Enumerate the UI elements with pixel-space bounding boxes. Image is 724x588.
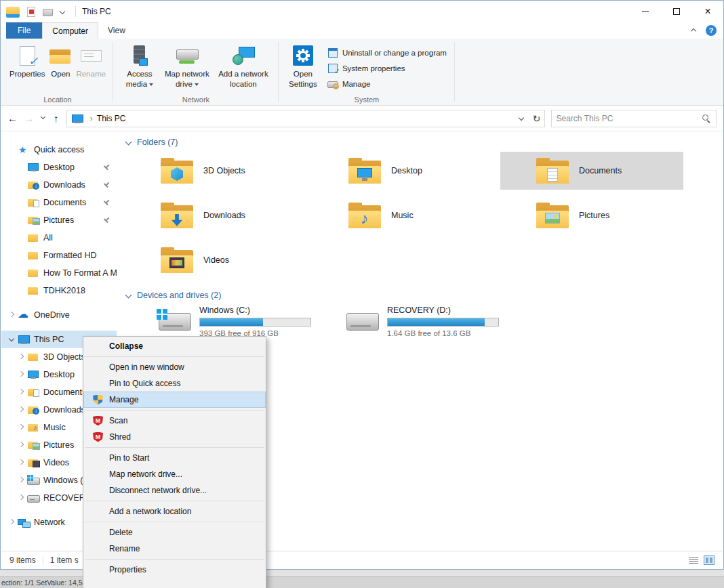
chevron-down-icon[interactable] <box>7 334 18 345</box>
folder-tile-videos[interactable]: Videos <box>125 241 308 279</box>
address-dropdown-chevron-icon[interactable] <box>517 113 527 124</box>
chevron-right-icon[interactable] <box>7 310 18 320</box>
sidebar-item-qa-documents[interactable]: Documents <box>1 194 117 211</box>
chevron-right-icon[interactable] <box>7 517 18 528</box>
sidebar-item-qa-tdhk2018[interactable]: TDHK2018 <box>1 282 117 299</box>
add-network-location-button[interactable]: Add a network location <box>214 41 273 94</box>
manage-button[interactable]: Manage <box>327 77 447 91</box>
sidebar-item-label: All <box>43 233 53 243</box>
back-button[interactable]: ← <box>7 113 18 123</box>
breadcrumb[interactable]: › This PC ↻ <box>66 110 545 127</box>
menu-item-scan[interactable]: MScan <box>83 413 266 429</box>
menu-item-map-network-drive[interactable]: Map network drive... <box>83 466 266 482</box>
folder-icon <box>27 285 39 296</box>
open-button[interactable]: Open <box>47 41 74 94</box>
folders-group-header[interactable]: Folders (7) <box>125 137 717 148</box>
sidebar-item-label: Documents <box>43 198 86 207</box>
chevron-right-icon[interactable] <box>16 387 27 398</box>
chevron-right-icon[interactable] <box>16 492 27 503</box>
sidebar-item-qa-pictures[interactable]: Pictures <box>1 211 117 229</box>
menu-item-add-a-network-location[interactable]: Add a network location <box>83 503 266 520</box>
sidebar-item-qa-formatted-hd[interactable]: Formatted HD <box>1 247 117 264</box>
button-label: Map network drive <box>165 70 209 88</box>
chevron-right-icon[interactable] <box>16 352 27 362</box>
maximize-button[interactable] <box>661 1 692 22</box>
system-properties-button[interactable]: System properties <box>327 62 447 75</box>
map-network-drive-button[interactable]: Map network drive <box>161 41 214 94</box>
chevron-spacer <box>16 232 27 243</box>
folder-tile-desktop[interactable]: Desktop <box>313 152 496 190</box>
qat-properties-icon[interactable] <box>26 7 36 16</box>
menu-item-delete[interactable]: Delete <box>83 524 266 541</box>
context-menu: CollapseOpen in new windowPin to Quick a… <box>83 336 266 588</box>
minimize-button[interactable] <box>630 1 661 22</box>
refresh-icon[interactable]: ↻ <box>533 114 541 123</box>
recent-locations-chevron-icon[interactable] <box>40 113 48 124</box>
menu-item-disconnect-network-drive[interactable]: Disconnect network drive... <box>83 482 266 499</box>
menu-item-open-in-new-window[interactable]: Open in new window <box>83 359 266 375</box>
folder-tile-3d-objects[interactable]: 3D Objects <box>125 152 308 190</box>
chevron-down-icon[interactable] <box>125 138 133 146</box>
sidebar-item-qa-desktop[interactable]: Desktop <box>1 159 117 176</box>
menu-item-rename[interactable]: Rename <box>83 541 266 557</box>
chevron-right-icon[interactable] <box>16 422 27 433</box>
folder-tile-label: 3D Objects <box>203 166 245 175</box>
access-media-button[interactable]: Access media <box>119 41 161 94</box>
help-icon[interactable]: ? <box>706 25 717 36</box>
pin-icon <box>102 180 111 190</box>
tab-computer[interactable]: Computer <box>42 22 98 39</box>
breadcrumb-location[interactable]: This PC <box>97 114 126 123</box>
menu-item-collapse[interactable]: Collapse <box>83 338 266 354</box>
menu-item-manage[interactable]: Manage <box>83 392 266 408</box>
folder-tile-downloads[interactable]: Downloads <box>125 196 308 234</box>
folder-tile-pictures[interactable]: Pictures <box>500 196 683 234</box>
properties-icon <box>18 45 37 66</box>
downloads-icon <box>27 404 39 415</box>
chevron-right-icon[interactable] <box>16 440 27 450</box>
search-input[interactable] <box>557 114 702 123</box>
sidebar-item-onedrive[interactable]: OneDrive <box>1 306 117 324</box>
search-box[interactable] <box>551 110 717 127</box>
drive-name: Windows (C:) <box>199 306 311 315</box>
chevron-right-icon[interactable] <box>16 369 27 380</box>
forward-button[interactable]: → <box>24 113 34 123</box>
sidebar-item-qa-how-to-format[interactable]: How To Format A M <box>1 264 117 282</box>
icon-shape <box>545 213 560 224</box>
chevron-right-icon[interactable] <box>16 404 27 415</box>
chevron-right-icon[interactable] <box>16 475 27 486</box>
menu-item-pin-to-start[interactable]: Pin to Start <box>83 450 266 466</box>
menu-item-pin-to-quick-access[interactable]: Pin to Quick access <box>83 375 266 392</box>
folder-tile-documents[interactable]: Documents <box>500 152 683 190</box>
chevron-down-icon[interactable] <box>125 291 133 299</box>
details-view-button[interactable] <box>688 555 699 565</box>
sidebar-item-label: TDHK2018 <box>43 286 85 295</box>
large-icons-view-button[interactable] <box>704 555 715 565</box>
button-label: Access media <box>126 70 153 88</box>
drive-tile-recovery-d[interactable]: RECOVERY (D:)1.64 GB free of 13.6 GB <box>313 305 496 341</box>
menu-item-label: Scan <box>109 416 127 425</box>
titlebar-divider <box>75 6 76 17</box>
menu-item-shred[interactable]: MShred <box>83 429 266 445</box>
minimize-ribbon-icon[interactable] <box>689 26 698 35</box>
folder-tile-music[interactable]: Music <box>313 196 496 234</box>
sidebar-item-quick-access[interactable]: Quick access <box>1 141 117 159</box>
close-button[interactable]: × <box>692 1 723 22</box>
downloads-folder-icon <box>160 202 194 229</box>
qat-new-folder-icon[interactable] <box>42 7 52 16</box>
open-settings-button[interactable]: Open Settings <box>284 41 322 94</box>
chevron-right-icon[interactable] <box>16 457 27 468</box>
videos-folder-icon <box>160 247 194 274</box>
screen: ection: 1/1 SetValue: 14,5cm Row: 15 Col… <box>0 0 724 588</box>
menu-item-properties[interactable]: Properties <box>83 562 266 578</box>
tab-file[interactable]: File <box>6 22 42 39</box>
up-button[interactable]: ↑ <box>54 113 59 123</box>
properties-button[interactable]: Properties <box>7 41 47 94</box>
search-icon[interactable] <box>702 114 711 123</box>
uninstall-or-change-a-program-button[interactable]: Uninstall or change a program <box>327 46 447 60</box>
tab-view[interactable]: View <box>98 22 135 39</box>
qat-customize-chevron-icon[interactable] <box>58 7 66 16</box>
drives-group-header[interactable]: Devices and drives (2) <box>125 290 717 301</box>
sidebar-item-qa-all[interactable]: All <box>1 229 117 247</box>
window-title: This PC <box>82 7 111 16</box>
sidebar-item-qa-downloads[interactable]: Downloads <box>1 176 117 194</box>
